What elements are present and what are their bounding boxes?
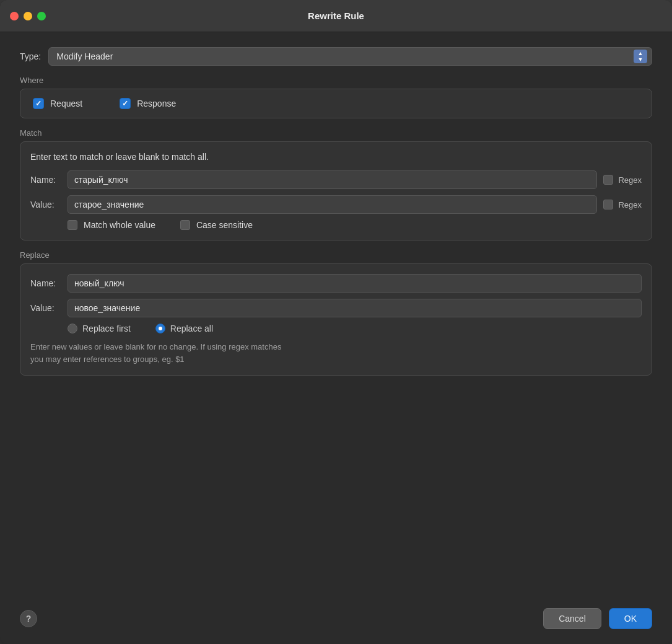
- content-area: Type: Modify Header ▲ ▼ Where ✓: [0, 32, 672, 598]
- match-value-input[interactable]: [68, 195, 597, 214]
- case-sensitive-row[interactable]: Case sensitive: [180, 220, 253, 230]
- replace-first-radio[interactable]: [68, 324, 77, 333]
- replace-value-label: Value:: [30, 303, 61, 313]
- replace-name-input[interactable]: [68, 274, 642, 293]
- where-label: Where: [20, 76, 652, 85]
- help-button[interactable]: ?: [20, 610, 37, 627]
- replace-all-radio-row[interactable]: Replace all: [155, 324, 213, 333]
- request-label: Request: [50, 99, 82, 108]
- match-whole-label: Match whole value: [84, 220, 155, 230]
- value-regex-wrapper: Regex: [603, 200, 642, 210]
- match-hint-text: Enter text to match or leave blank to ma…: [30, 152, 642, 162]
- where-section: Where ✓ Request ✓ Response: [20, 76, 652, 118]
- request-checkbox-row[interactable]: ✓ Request: [33, 98, 82, 109]
- replace-name-label: Name:: [30, 278, 61, 288]
- replace-hint-line1: Enter new values or leave blank for no c…: [30, 342, 281, 351]
- bottom-bar: ? Cancel OK: [0, 598, 672, 644]
- traffic-lights: [10, 12, 46, 20]
- match-label: Match: [20, 128, 652, 138]
- checkmark-icon: ✓: [35, 99, 41, 108]
- replace-radio-row: Replace first Replace all: [30, 324, 642, 333]
- replace-name-row: Name:: [30, 274, 642, 293]
- replace-first-radio-row[interactable]: Replace first: [68, 324, 131, 333]
- match-whole-checkbox[interactable]: [68, 220, 77, 230]
- match-value-row: Value: Regex: [30, 195, 642, 214]
- close-button[interactable]: [10, 12, 19, 20]
- name-regex-wrapper: Regex: [603, 175, 642, 185]
- checkmark-icon: ✓: [122, 99, 128, 108]
- maximize-button[interactable]: [37, 12, 46, 20]
- replace-section: Replace Name: Value: Replace first: [20, 250, 652, 376]
- cancel-button[interactable]: Cancel: [543, 608, 601, 629]
- request-checkbox[interactable]: ✓: [33, 98, 44, 109]
- name-regex-label: Regex: [618, 175, 642, 185]
- window-title: Rewrite Rule: [308, 11, 364, 21]
- name-regex-checkbox[interactable]: [603, 175, 613, 185]
- where-box: ✓ Request ✓ Response: [20, 89, 652, 118]
- help-icon: ?: [26, 614, 32, 624]
- replace-hint: Enter new values or leave blank for no c…: [30, 341, 642, 365]
- match-whole-row[interactable]: Match whole value: [68, 220, 155, 230]
- case-sensitive-checkbox[interactable]: [180, 220, 190, 230]
- response-label: Response: [137, 99, 176, 108]
- type-select-wrapper: Modify Header ▲ ▼: [48, 47, 652, 66]
- case-sensitive-label: Case sensitive: [196, 220, 253, 230]
- value-regex-label: Regex: [618, 200, 642, 210]
- match-name-label: Name:: [30, 175, 61, 185]
- response-checkbox-row[interactable]: ✓ Response: [120, 98, 176, 109]
- match-name-input[interactable]: [68, 170, 597, 189]
- minimize-button[interactable]: [24, 12, 32, 20]
- match-options-row: Match whole value Case sensitive: [30, 220, 642, 230]
- button-group: Cancel OK: [543, 608, 652, 629]
- match-value-label: Value:: [30, 200, 61, 210]
- match-section: Match Enter text to match or leave blank…: [20, 128, 652, 240]
- type-label: Type:: [20, 51, 41, 61]
- titlebar: Rewrite Rule: [0, 0, 672, 32]
- replace-label: Replace: [20, 250, 652, 260]
- replace-all-label: Replace all: [170, 324, 213, 333]
- radio-dot: [159, 327, 162, 330]
- replace-first-label: Replace first: [82, 324, 131, 333]
- replace-value-row: Value:: [30, 299, 642, 317]
- replace-all-radio[interactable]: [155, 324, 165, 333]
- main-window: Rewrite Rule Type: Modify Header ▲ ▼ Whe…: [0, 0, 672, 644]
- value-regex-checkbox[interactable]: [603, 200, 613, 210]
- replace-box: Name: Value: Replace first: [20, 263, 652, 376]
- type-row: Type: Modify Header ▲ ▼: [20, 47, 652, 66]
- match-name-row: Name: Regex: [30, 170, 642, 189]
- response-checkbox[interactable]: ✓: [120, 98, 131, 109]
- ok-button[interactable]: OK: [609, 608, 652, 629]
- replace-hint-line2: you may enter references to groups, eg. …: [30, 355, 185, 364]
- replace-value-input[interactable]: [68, 299, 642, 317]
- type-select[interactable]: Modify Header: [48, 47, 652, 66]
- match-box: Enter text to match or leave blank to ma…: [20, 141, 652, 240]
